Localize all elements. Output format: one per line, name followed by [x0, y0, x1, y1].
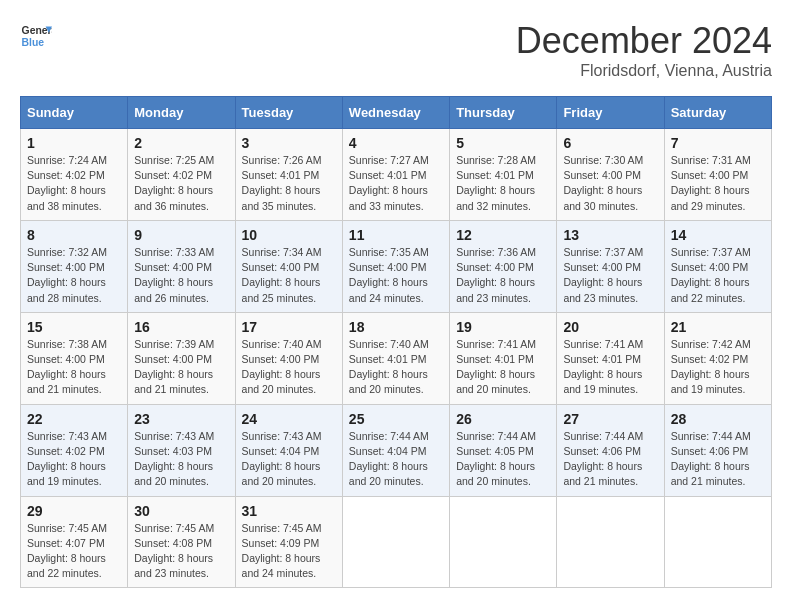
day-info: Sunrise: 7:24 AM Sunset: 4:02 PM Dayligh… — [27, 153, 121, 214]
day-info: Sunrise: 7:43 AM Sunset: 4:03 PM Dayligh… — [134, 429, 228, 490]
day-number: 15 — [27, 319, 121, 335]
title-section: December 2024 Floridsdorf, Vienna, Austr… — [516, 20, 772, 80]
calendar-cell: 29Sunrise: 7:45 AM Sunset: 4:07 PM Dayli… — [21, 496, 128, 588]
day-number: 30 — [134, 503, 228, 519]
day-info: Sunrise: 7:44 AM Sunset: 4:06 PM Dayligh… — [671, 429, 765, 490]
day-number: 27 — [563, 411, 657, 427]
day-number: 29 — [27, 503, 121, 519]
day-number: 16 — [134, 319, 228, 335]
day-info: Sunrise: 7:41 AM Sunset: 4:01 PM Dayligh… — [456, 337, 550, 398]
day-info: Sunrise: 7:36 AM Sunset: 4:00 PM Dayligh… — [456, 245, 550, 306]
day-number: 22 — [27, 411, 121, 427]
day-info: Sunrise: 7:45 AM Sunset: 4:09 PM Dayligh… — [242, 521, 336, 582]
day-info: Sunrise: 7:34 AM Sunset: 4:00 PM Dayligh… — [242, 245, 336, 306]
calendar-cell: 11Sunrise: 7:35 AM Sunset: 4:00 PM Dayli… — [342, 220, 449, 312]
calendar-cell: 27Sunrise: 7:44 AM Sunset: 4:06 PM Dayli… — [557, 404, 664, 496]
col-wednesday: Wednesday — [342, 97, 449, 129]
col-monday: Monday — [128, 97, 235, 129]
calendar-cell: 19Sunrise: 7:41 AM Sunset: 4:01 PM Dayli… — [450, 312, 557, 404]
day-info: Sunrise: 7:37 AM Sunset: 4:00 PM Dayligh… — [671, 245, 765, 306]
day-number: 8 — [27, 227, 121, 243]
day-number: 19 — [456, 319, 550, 335]
day-info: Sunrise: 7:40 AM Sunset: 4:00 PM Dayligh… — [242, 337, 336, 398]
calendar-cell — [450, 496, 557, 588]
calendar-week-row: 8Sunrise: 7:32 AM Sunset: 4:00 PM Daylig… — [21, 220, 772, 312]
calendar-cell — [557, 496, 664, 588]
day-number: 2 — [134, 135, 228, 151]
calendar-table: Sunday Monday Tuesday Wednesday Thursday… — [20, 96, 772, 588]
day-info: Sunrise: 7:37 AM Sunset: 4:00 PM Dayligh… — [563, 245, 657, 306]
calendar-body: 1Sunrise: 7:24 AM Sunset: 4:02 PM Daylig… — [21, 129, 772, 588]
calendar-cell: 21Sunrise: 7:42 AM Sunset: 4:02 PM Dayli… — [664, 312, 771, 404]
day-number: 10 — [242, 227, 336, 243]
day-info: Sunrise: 7:39 AM Sunset: 4:00 PM Dayligh… — [134, 337, 228, 398]
calendar-cell: 20Sunrise: 7:41 AM Sunset: 4:01 PM Dayli… — [557, 312, 664, 404]
day-number: 1 — [27, 135, 121, 151]
day-number: 11 — [349, 227, 443, 243]
calendar-cell: 4Sunrise: 7:27 AM Sunset: 4:01 PM Daylig… — [342, 129, 449, 221]
day-number: 20 — [563, 319, 657, 335]
calendar-cell: 30Sunrise: 7:45 AM Sunset: 4:08 PM Dayli… — [128, 496, 235, 588]
calendar-cell: 14Sunrise: 7:37 AM Sunset: 4:00 PM Dayli… — [664, 220, 771, 312]
calendar-cell: 16Sunrise: 7:39 AM Sunset: 4:00 PM Dayli… — [128, 312, 235, 404]
day-number: 17 — [242, 319, 336, 335]
calendar-cell: 26Sunrise: 7:44 AM Sunset: 4:05 PM Dayli… — [450, 404, 557, 496]
day-info: Sunrise: 7:40 AM Sunset: 4:01 PM Dayligh… — [349, 337, 443, 398]
calendar-cell: 1Sunrise: 7:24 AM Sunset: 4:02 PM Daylig… — [21, 129, 128, 221]
day-number: 3 — [242, 135, 336, 151]
calendar-cell: 23Sunrise: 7:43 AM Sunset: 4:03 PM Dayli… — [128, 404, 235, 496]
day-info: Sunrise: 7:28 AM Sunset: 4:01 PM Dayligh… — [456, 153, 550, 214]
day-number: 18 — [349, 319, 443, 335]
col-tuesday: Tuesday — [235, 97, 342, 129]
day-info: Sunrise: 7:43 AM Sunset: 4:04 PM Dayligh… — [242, 429, 336, 490]
calendar-cell: 9Sunrise: 7:33 AM Sunset: 4:00 PM Daylig… — [128, 220, 235, 312]
day-info: Sunrise: 7:44 AM Sunset: 4:06 PM Dayligh… — [563, 429, 657, 490]
day-number: 21 — [671, 319, 765, 335]
calendar-cell: 31Sunrise: 7:45 AM Sunset: 4:09 PM Dayli… — [235, 496, 342, 588]
calendar-cell: 6Sunrise: 7:30 AM Sunset: 4:00 PM Daylig… — [557, 129, 664, 221]
calendar-cell: 24Sunrise: 7:43 AM Sunset: 4:04 PM Dayli… — [235, 404, 342, 496]
calendar-cell: 2Sunrise: 7:25 AM Sunset: 4:02 PM Daylig… — [128, 129, 235, 221]
month-title: December 2024 — [516, 20, 772, 62]
day-number: 23 — [134, 411, 228, 427]
day-number: 13 — [563, 227, 657, 243]
col-thursday: Thursday — [450, 97, 557, 129]
day-info: Sunrise: 7:43 AM Sunset: 4:02 PM Dayligh… — [27, 429, 121, 490]
day-info: Sunrise: 7:27 AM Sunset: 4:01 PM Dayligh… — [349, 153, 443, 214]
day-info: Sunrise: 7:30 AM Sunset: 4:00 PM Dayligh… — [563, 153, 657, 214]
day-number: 14 — [671, 227, 765, 243]
col-sunday: Sunday — [21, 97, 128, 129]
day-info: Sunrise: 7:44 AM Sunset: 4:04 PM Dayligh… — [349, 429, 443, 490]
location-subtitle: Floridsdorf, Vienna, Austria — [516, 62, 772, 80]
day-number: 4 — [349, 135, 443, 151]
day-number: 12 — [456, 227, 550, 243]
day-number: 9 — [134, 227, 228, 243]
day-info: Sunrise: 7:44 AM Sunset: 4:05 PM Dayligh… — [456, 429, 550, 490]
calendar-cell: 28Sunrise: 7:44 AM Sunset: 4:06 PM Dayli… — [664, 404, 771, 496]
calendar-cell: 17Sunrise: 7:40 AM Sunset: 4:00 PM Dayli… — [235, 312, 342, 404]
day-info: Sunrise: 7:42 AM Sunset: 4:02 PM Dayligh… — [671, 337, 765, 398]
day-number: 5 — [456, 135, 550, 151]
calendar-cell: 18Sunrise: 7:40 AM Sunset: 4:01 PM Dayli… — [342, 312, 449, 404]
day-info: Sunrise: 7:45 AM Sunset: 4:08 PM Dayligh… — [134, 521, 228, 582]
logo-icon: General Blue — [20, 20, 52, 52]
calendar-cell: 7Sunrise: 7:31 AM Sunset: 4:00 PM Daylig… — [664, 129, 771, 221]
calendar-cell: 22Sunrise: 7:43 AM Sunset: 4:02 PM Dayli… — [21, 404, 128, 496]
calendar-week-row: 1Sunrise: 7:24 AM Sunset: 4:02 PM Daylig… — [21, 129, 772, 221]
day-number: 31 — [242, 503, 336, 519]
day-number: 6 — [563, 135, 657, 151]
logo: General Blue — [20, 20, 52, 52]
calendar-cell: 8Sunrise: 7:32 AM Sunset: 4:00 PM Daylig… — [21, 220, 128, 312]
page-header: General Blue December 2024 Floridsdorf, … — [20, 20, 772, 80]
day-info: Sunrise: 7:32 AM Sunset: 4:00 PM Dayligh… — [27, 245, 121, 306]
calendar-cell: 5Sunrise: 7:28 AM Sunset: 4:01 PM Daylig… — [450, 129, 557, 221]
calendar-cell: 3Sunrise: 7:26 AM Sunset: 4:01 PM Daylig… — [235, 129, 342, 221]
calendar-cell: 15Sunrise: 7:38 AM Sunset: 4:00 PM Dayli… — [21, 312, 128, 404]
day-info: Sunrise: 7:33 AM Sunset: 4:00 PM Dayligh… — [134, 245, 228, 306]
day-number: 7 — [671, 135, 765, 151]
calendar-cell: 10Sunrise: 7:34 AM Sunset: 4:00 PM Dayli… — [235, 220, 342, 312]
calendar-cell: 25Sunrise: 7:44 AM Sunset: 4:04 PM Dayli… — [342, 404, 449, 496]
col-saturday: Saturday — [664, 97, 771, 129]
day-number: 26 — [456, 411, 550, 427]
day-info: Sunrise: 7:26 AM Sunset: 4:01 PM Dayligh… — [242, 153, 336, 214]
